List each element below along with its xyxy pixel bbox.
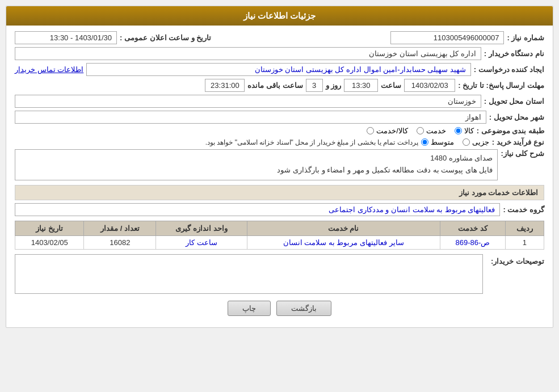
cell-service-name: سایر فعالیتهای مربوط به سلامت انسان <box>247 236 440 250</box>
category-kala-radio[interactable] <box>455 127 462 134</box>
buyer-notes-section: توصیحات خریدار: <box>15 254 544 294</box>
col-quantity: تعداد / مقدار <box>84 221 156 236</box>
col-service-name: نام خدمت <box>247 221 440 236</box>
process-medium-radio[interactable] <box>421 138 428 146</box>
cell-unit: ساعت کار <box>156 236 247 250</box>
response-deadline-label: مهلت ارسال پاسخ: تا تاریخ : <box>458 81 544 90</box>
announcement-date-value: 1403/01/30 - 13:30 <box>15 31 117 44</box>
city-value: اهواز <box>15 111 486 124</box>
category-both-label: کالا/خدمت <box>376 127 408 135</box>
response-time: 13:30 <box>344 79 378 92</box>
process-partial-radio[interactable] <box>463 138 470 146</box>
process-type-label: نوع فرآیند خرید : <box>492 138 544 146</box>
service-group-value: فعالیتهای مربوط به سلامت انسان و مددکاری… <box>15 203 500 216</box>
cell-service-code: ص-86-869 <box>440 236 505 250</box>
action-buttons: بازگشت چاپ <box>15 301 544 322</box>
need-description-line2: فایل های پیوست به دقت مطالعه تکمیل و مهر… <box>20 165 493 176</box>
process-option-partial[interactable]: جزیی <box>463 138 489 146</box>
need-number-label: شماره نیاز : <box>507 33 544 42</box>
category-service-label: خدمت <box>426 127 446 135</box>
response-days-label: روز و <box>326 81 342 90</box>
need-number-value: 1103005496000007 <box>390 31 504 44</box>
response-date: 1403/02/03 <box>404 79 455 92</box>
announcement-date-label: تاریخ و ساعت اعلان عمومی : <box>120 33 211 42</box>
city-label: شهر محل تحویل : <box>489 113 544 121</box>
process-type-radio-group: جزیی متوسط <box>421 138 489 146</box>
page-header: جزئیات اطلاعات نیاز <box>6 6 553 26</box>
table-row: 1 ص-86-869 سایر فعالیتهای مربوط به سلامت… <box>15 236 544 250</box>
response-remaining: 23:31:00 <box>205 79 245 92</box>
need-description-label: شرح کلی نیاز: <box>501 149 544 158</box>
cell-need-date: 1403/02/05 <box>15 236 84 250</box>
buyer-org-label: نام دستگاه خریدار : <box>484 49 544 58</box>
creator-value: شهید سهیلی حسابدار-امین اموال اداره کل ب… <box>86 63 471 76</box>
province-value: خوزستان <box>15 95 481 108</box>
print-button[interactable]: چاپ <box>228 301 271 316</box>
need-description-line1: صدای مشاوره 1480 <box>20 153 493 165</box>
buyer-notes-textarea[interactable] <box>15 254 483 294</box>
category-kala-label: کالا <box>464 127 474 135</box>
process-note: پرداخت تمام یا بخشی از مبلغ خریدار از مح… <box>205 138 418 146</box>
category-option-service[interactable]: خدمت <box>417 127 446 135</box>
services-section-title: اطلاعات خدمات مورد نیاز <box>15 185 544 200</box>
services-table: ردیف کد خدمت نام خدمت واحد اندازه گیری ت… <box>15 221 544 250</box>
process-option-medium[interactable]: متوسط <box>421 138 454 146</box>
category-label: طبقه بندی موضوعی : <box>477 127 544 135</box>
back-button[interactable]: بازگشت <box>276 301 331 316</box>
response-days: 3 <box>306 79 323 92</box>
buyer-notes-label: توصیحات خریدار: <box>487 254 544 265</box>
category-radio-group: کالا خدمت کالا/خدمت <box>367 127 474 135</box>
creator-label: ایجاد کننده درخواست : <box>474 65 544 74</box>
response-time-label: ساعت <box>381 81 401 90</box>
need-description-box: صدای مشاوره 1480 فایل های پیوست به دقت م… <box>15 149 498 180</box>
category-option-both[interactable]: کالا/خدمت <box>367 127 408 135</box>
page-title: جزئیات اطلاعات نیاز <box>243 11 316 20</box>
category-service-radio[interactable] <box>417 127 424 134</box>
contact-link[interactable]: اطلاعات تماس خریدار <box>15 65 83 74</box>
process-medium-label: متوسط <box>431 138 454 146</box>
buyer-org-value: اداره کل بهزیستی استان خوزستان <box>15 47 481 60</box>
col-service-code: کد خدمت <box>440 221 505 236</box>
category-option-kala[interactable]: کالا <box>455 127 474 135</box>
service-group-label: گروه خدمت : <box>503 205 544 214</box>
process-partial-label: جزیی <box>472 138 489 146</box>
services-table-section: ردیف کد خدمت نام خدمت واحد اندازه گیری ت… <box>15 221 544 250</box>
response-remaining-label: ساعت باقی مانده <box>247 81 302 90</box>
col-rownum: ردیف <box>505 221 544 236</box>
cell-rownum: 1 <box>505 236 544 250</box>
cell-quantity: 16082 <box>84 236 156 250</box>
col-unit: واحد اندازه گیری <box>156 221 247 236</box>
province-label: استان محل تحویل : <box>484 97 544 106</box>
category-both-radio[interactable] <box>367 127 374 134</box>
col-need-date: تاریخ نیاز <box>15 221 84 236</box>
